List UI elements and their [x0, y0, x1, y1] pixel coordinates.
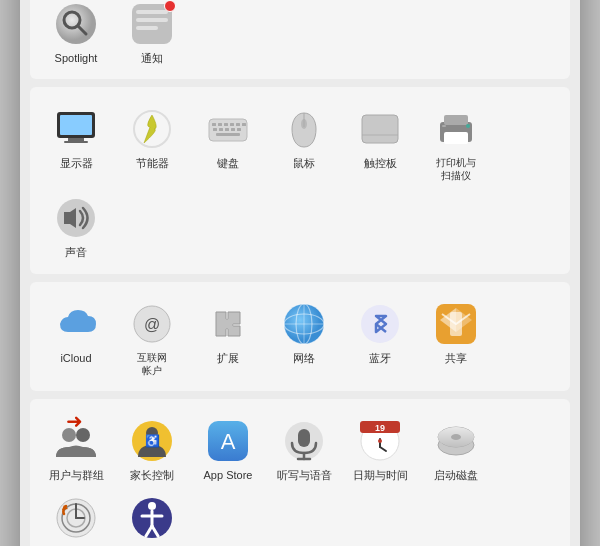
svg-rect-86: [298, 429, 310, 447]
svg-rect-57: [362, 115, 398, 143]
parental-icon: ♿: [128, 417, 176, 465]
svg-rect-49: [213, 128, 217, 131]
appstore-label: App Store: [204, 468, 253, 482]
dictation-pref[interactable]: 听写与语音: [266, 411, 342, 488]
arrow-indicator: ➜: [66, 409, 83, 433]
users-label: 用户与群组: [49, 468, 104, 482]
svg-rect-47: [236, 123, 240, 126]
startdisk-pref[interactable]: 启动磁盘: [418, 411, 494, 488]
spotlight-icon: [52, 0, 100, 48]
keyboard-icon: [204, 105, 252, 153]
energy-pref[interactable]: 节能器: [114, 99, 190, 188]
appstore-pref[interactable]: A App Store: [190, 411, 266, 488]
spotlight-pref[interactable]: Spotlight: [38, 0, 114, 71]
internet-label: 互联网帐户: [137, 351, 167, 377]
accessibility-icon: [128, 494, 176, 542]
parental-label: 家长控制: [130, 468, 174, 482]
energy-label: 节能器: [136, 156, 169, 170]
system-section: ➜ 用户与群组: [30, 399, 570, 546]
mouse-label: 鼠标: [293, 156, 315, 170]
users-pref[interactable]: ➜ 用户与群组: [38, 411, 114, 488]
svg-point-98: [451, 434, 461, 440]
notification-icon: [128, 0, 176, 48]
svg-rect-54: [216, 133, 240, 136]
printer-label: 打印机与扫描仪: [436, 156, 476, 182]
datetime-label: 日期与时间: [353, 468, 408, 482]
icloud-icon: [52, 300, 100, 348]
personal-grid: 通用 F: [38, 0, 562, 71]
svg-text:A: A: [221, 429, 236, 454]
svg-point-56: [301, 119, 307, 129]
sharing-pref[interactable]: 共享: [418, 294, 494, 383]
notification-label: 通知: [141, 51, 163, 65]
svg-point-106: [148, 502, 156, 510]
bluetooth-icon: [356, 300, 404, 348]
system-preferences-window: ‹ › ⋮ 系统偏好设置 🔍 ✕: [20, 0, 580, 546]
appstore-icon: A: [204, 417, 252, 465]
printer-pref[interactable]: 打印机与扫描仪: [418, 99, 494, 188]
svg-text:@: @: [144, 316, 160, 333]
network-pref[interactable]: 网络: [266, 294, 342, 383]
svg-rect-50: [219, 128, 223, 131]
datetime-icon: 19: [356, 417, 404, 465]
svg-rect-44: [218, 123, 222, 126]
bluetooth-pref[interactable]: 蓝牙: [342, 294, 418, 383]
svg-rect-43: [212, 123, 216, 126]
network-label: 网络: [293, 351, 315, 365]
mouse-pref[interactable]: 鼠标: [266, 99, 342, 188]
svg-rect-51: [225, 128, 229, 131]
svg-rect-45: [224, 123, 228, 126]
notification-badge: [164, 0, 176, 12]
sound-pref[interactable]: 声音: [38, 188, 114, 265]
svg-rect-48: [242, 123, 246, 126]
svg-point-63: [466, 124, 470, 128]
trackpad-icon: [356, 105, 404, 153]
accessibility-pref[interactable]: 辅助功能: [114, 488, 190, 546]
svg-point-94: [378, 439, 382, 443]
hardware-section: 显示器 节能器: [30, 87, 570, 273]
icloud-label: iCloud: [60, 351, 91, 365]
svg-rect-60: [444, 115, 468, 125]
svg-rect-46: [230, 123, 234, 126]
sharing-label: 共享: [445, 351, 467, 365]
svg-text:♿: ♿: [145, 433, 160, 448]
internet-section: iCloud @ 互联网帐户: [30, 282, 570, 391]
svg-rect-53: [237, 128, 241, 131]
monitor-label: 显示器: [60, 156, 93, 170]
dictation-label: 听写与语音: [277, 468, 332, 482]
svg-rect-34: [136, 10, 168, 14]
sound-label: 声音: [65, 245, 87, 259]
keyboard-pref[interactable]: 键盘: [190, 99, 266, 188]
personal-section: 通用 F: [30, 0, 570, 79]
timemachine-pref[interactable]: Time Machine: [38, 488, 114, 546]
svg-rect-39: [68, 138, 84, 141]
dictation-icon: [280, 417, 328, 465]
sound-icon: [52, 194, 100, 242]
startdisk-icon: [432, 417, 480, 465]
svg-rect-40: [64, 141, 88, 143]
internet-grid: iCloud @ 互联网帐户: [38, 294, 562, 383]
monitor-pref[interactable]: 显示器: [38, 99, 114, 188]
hardware-grid: 显示器 节能器: [38, 99, 562, 265]
bluetooth-label: 蓝牙: [369, 351, 391, 365]
mouse-icon: [280, 105, 328, 153]
printer-icon: [432, 105, 480, 153]
notification-pref[interactable]: 通知: [114, 0, 190, 71]
spotlight-label: Spotlight: [55, 51, 98, 65]
trackpad-pref[interactable]: 触控板: [342, 99, 418, 188]
svg-rect-35: [136, 18, 168, 22]
network-icon: [280, 300, 328, 348]
datetime-pref[interactable]: 19 日期与时间: [342, 411, 418, 488]
parental-pref[interactable]: ♿ 家长控制: [114, 411, 190, 488]
preferences-content: 通用 F: [20, 0, 580, 546]
monitor-icon: [52, 105, 100, 153]
extensions-pref[interactable]: 扩展: [190, 294, 266, 383]
sharing-icon: [432, 300, 480, 348]
internet-pref[interactable]: @ 互联网帐户: [114, 294, 190, 383]
extensions-icon: [204, 300, 252, 348]
extensions-label: 扩展: [217, 351, 239, 365]
icloud-pref[interactable]: iCloud: [38, 294, 114, 383]
svg-point-73: [361, 305, 399, 343]
svg-rect-36: [136, 26, 158, 30]
trackpad-label: 触控板: [364, 156, 397, 170]
